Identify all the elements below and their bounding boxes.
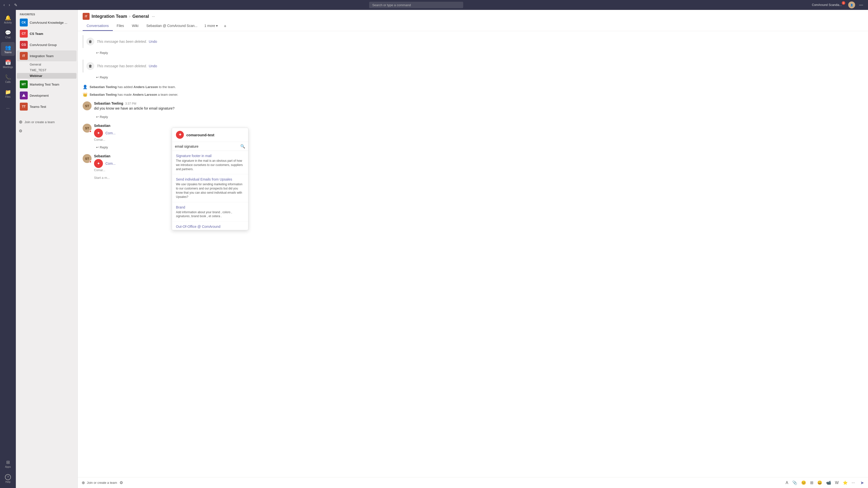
dp-search-icon: 🔍 (240, 144, 245, 149)
sidebar-item-activity[interactable]: 🔔 Activity (1, 12, 15, 26)
format-icon[interactable]: A (785, 480, 789, 486)
settings-footer-icon[interactable]: ⚙ (120, 480, 123, 485)
sidebar-item-calls[interactable]: 📞 Calls (1, 72, 15, 86)
loop-icon[interactable]: W (834, 480, 840, 486)
online-dot-2 (89, 130, 92, 133)
attach-icon[interactable]: 📎 (791, 479, 798, 486)
team-avatar-tt: TT (20, 103, 28, 110)
system-text-2: Sebastian Teeling has made Anders Larsso… (90, 93, 178, 96)
dp-app-icon: ✦ (176, 131, 184, 139)
account-info[interactable]: ComAround Scandia... 1 👤 (812, 1, 855, 8)
dp-app-name: comaround-test (186, 133, 214, 137)
team-name-ct: CS Team (30, 32, 69, 36)
reply-icon-4: ↩ (96, 145, 99, 149)
dp-result-desc-2: We use Upsales for sending marketing inf… (176, 182, 244, 199)
join-team-footer[interactable]: ⊕ Join or create a team (82, 480, 117, 485)
deleted-message-row-1: 🗑 This message has been deleted. Undo (83, 35, 863, 48)
reply-button-3[interactable]: ↩ Reply (94, 114, 863, 120)
meetings-label: Meetings (3, 66, 13, 68)
deleted-message-1: 🗑 This message has been deleted. Undo ↩ … (83, 34, 863, 58)
video-icon[interactable]: 📹 (825, 479, 832, 486)
msg-header-2: Sebastian (94, 124, 863, 128)
sidebar-item-more[interactable]: ··· (1, 101, 15, 115)
minimize-button[interactable]: — (857, 3, 865, 7)
sidebar-item-chat[interactable]: 💬 Chat (1, 27, 15, 41)
dp-result-3[interactable]: Brand Add information about your brand ,… (172, 202, 248, 222)
channel-name-general: General (30, 63, 41, 66)
team-item-ck[interactable]: CK ComAround Knowledge ... ··· (17, 17, 76, 28)
apps-label: Apps (5, 465, 11, 468)
team-name-it: Integration Team (30, 54, 69, 58)
send-button[interactable]: ➤ (860, 480, 864, 486)
channel-name-title: General (132, 14, 149, 19)
dp-result-4[interactable]: Out-Of-Office @ ComAround First of all, … (172, 222, 248, 230)
tab-sebastian[interactable]: Sebastian @ ComAround Scan... (143, 22, 202, 31)
meetings-icon: 📅 (5, 59, 11, 65)
favorites-title: Favorites (16, 10, 78, 17)
tab-files[interactable]: Files (113, 22, 128, 31)
reply-button-1[interactable]: ↩ Reply (94, 50, 863, 56)
team-item-tt[interactable]: TT Teams-Test ··· (17, 101, 76, 112)
tab-wiki[interactable]: Wiki (128, 22, 142, 31)
join-team-label: Join or create a team (25, 120, 55, 124)
team-item-dev[interactable]: Development ··· (17, 90, 76, 101)
team-name-mt: Marketing Test Team (30, 83, 69, 86)
giphy-icon[interactable]: ⊞ (809, 479, 814, 486)
dp-search: 🔍 (172, 142, 248, 151)
team-avatar-ct: CT (20, 30, 28, 38)
team-avatar-dev (20, 92, 28, 99)
sidebar-item-apps[interactable]: ⊞ Apps (1, 457, 15, 471)
system-message-2: 👑 Sebastian Teeling has made Anders Lars… (83, 91, 863, 98)
sticker-icon[interactable]: 😀 (816, 479, 823, 486)
back-button[interactable]: ‹ (2, 2, 6, 8)
activity-label: Activity (4, 21, 12, 24)
reply-button-2[interactable]: ↩ Reply (94, 74, 863, 80)
sidebar-item-help[interactable]: ? Help (1, 472, 15, 486)
dp-result-title-1: Signature footer in mail (176, 154, 244, 158)
join-team-icon: ⊕ (19, 119, 23, 125)
join-team-button[interactable]: ⊕ Join or create a team (16, 117, 78, 127)
help-label: Help (5, 481, 11, 483)
channel-item-tme[interactable]: TME_TEST (17, 67, 76, 73)
emoji-icon[interactable]: 😊 (800, 479, 807, 486)
team-avatar-mt: MT (20, 80, 28, 88)
team-item-mt[interactable]: MT Marketing Test Team ··· (17, 79, 76, 90)
more-toolbar-icon[interactable]: ··· (851, 480, 856, 486)
channel-item-general[interactable]: General (17, 62, 76, 67)
undo-link-2[interactable]: Undo (149, 64, 157, 68)
search-input[interactable] (369, 2, 463, 8)
dp-result-title-2: Send individual Emails from Upsales (176, 177, 244, 181)
team-item-cg[interactable]: CG ComAround Group ··· (17, 39, 76, 50)
team-avatar-ck: CK (20, 19, 28, 27)
forward-button[interactable]: › (7, 2, 11, 8)
help-icon: ? (5, 474, 11, 480)
tab-conversations[interactable]: Conversations (83, 22, 113, 31)
reply-label-4: Reply (100, 145, 108, 149)
notification-badge: 1 (842, 1, 845, 5)
compose-button[interactable]: ✎ (12, 2, 19, 8)
team-item-it[interactable]: IT Integration Team ··· (17, 51, 76, 61)
msg-author-1: Sebastian Teeling (94, 101, 123, 105)
msg-avatar-2: ST (83, 124, 92, 133)
sidebar-item-files[interactable]: 📁 Files (1, 87, 15, 100)
dp-result-1[interactable]: Signature footer in mail The signature i… (172, 151, 248, 174)
app-logo-2: ✦ (94, 129, 103, 137)
person-icon: 👤 (83, 85, 88, 89)
channel-more-icon[interactable]: ··· (152, 14, 155, 18)
dp-result-2[interactable]: Send individual Emails from Upsales We u… (172, 174, 248, 202)
team-item-ct[interactable]: CT CS Team ··· (17, 28, 76, 39)
channel-item-webinar[interactable]: Webinar (17, 73, 76, 79)
dp-search-input[interactable] (175, 144, 240, 149)
team-name-cg: ComAround Group (30, 43, 69, 47)
settings-button[interactable]: ⚙ (16, 127, 78, 135)
deleted-message-2: 🗑 This message has been deleted. Undo ↩ … (83, 59, 863, 82)
reply-label-3: Reply (100, 115, 108, 119)
msg-text-1: did you know we have an article for emai… (94, 106, 863, 111)
praise-icon[interactable]: ⭐ (842, 479, 849, 486)
tab-add[interactable]: + (221, 22, 229, 31)
crown-icon: 👑 (83, 92, 88, 97)
undo-link-1[interactable]: Undo (149, 40, 157, 43)
sidebar-item-teams[interactable]: 👥 Teams (1, 42, 15, 56)
tab-more[interactable]: 1 more ▾ (202, 22, 221, 31)
sidebar-item-meetings[interactable]: 📅 Meetings (1, 57, 15, 71)
